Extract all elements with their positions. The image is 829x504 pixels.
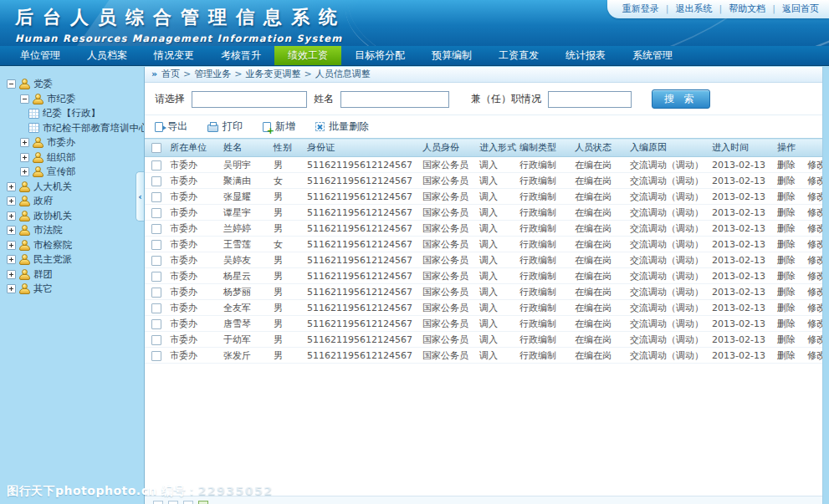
modify-link[interactable]: 修改 <box>807 318 822 329</box>
modify-link[interactable]: 修改 <box>807 303 822 313</box>
nav-item-3[interactable]: 情况变更 <box>141 46 207 65</box>
delete-link[interactable]: 删除 <box>777 176 796 186</box>
delete-link[interactable]: 删除 <box>777 207 796 218</box>
modify-link[interactable]: 修改 <box>807 287 822 298</box>
nav-item-9[interactable]: 统计报表 <box>552 46 619 65</box>
top-link-3[interactable]: 帮助文档 <box>729 3 765 15</box>
nav-item-2[interactable]: 人员档案 <box>74 46 141 65</box>
tree-node[interactable]: 民主党派 <box>0 252 144 267</box>
expand-icon[interactable] <box>7 226 16 235</box>
tree-node[interactable]: 人大机关 <box>0 180 144 195</box>
pager-control[interactable] <box>183 501 193 504</box>
modify-link[interactable]: 修改 <box>807 191 822 202</box>
delete-link[interactable]: 删除 <box>777 160 796 171</box>
name-input[interactable] <box>340 91 449 108</box>
delete-link[interactable]: 删除 <box>777 239 796 250</box>
nav-item-4[interactable]: 考核晋升 <box>207 46 274 65</box>
sidebar-collapse-handle[interactable]: ‹ <box>136 171 144 221</box>
expand-icon[interactable] <box>20 138 29 147</box>
nav-item-10[interactable]: 系统管理 <box>619 46 686 65</box>
row-checkbox[interactable] <box>151 208 161 218</box>
modify-link[interactable]: 修改 <box>807 223 822 234</box>
expand-icon[interactable] <box>7 196 16 206</box>
delete-link[interactable]: 删除 <box>777 255 796 266</box>
export-button[interactable]: 导出 <box>155 120 187 134</box>
breadcrumb-item-1[interactable]: 首页 <box>161 69 180 79</box>
pager-control[interactable] <box>168 501 178 504</box>
delete-link[interactable]: 删除 <box>777 303 796 313</box>
expand-icon[interactable] <box>7 241 16 250</box>
row-checkbox[interactable] <box>151 256 161 266</box>
delete-link[interactable]: 删除 <box>777 334 796 345</box>
modify-link[interactable]: 修改 <box>807 271 822 282</box>
row-checkbox[interactable] <box>151 335 161 345</box>
row-checkbox[interactable] <box>151 288 161 298</box>
search-button[interactable]: 搜 索 <box>652 89 710 109</box>
breadcrumb-item-3[interactable]: 业务变更调整 <box>246 69 301 79</box>
expand-icon[interactable] <box>7 255 16 264</box>
delete-link[interactable]: 删除 <box>777 271 796 282</box>
breadcrumb-item-2[interactable]: 管理业务 <box>194 69 231 79</box>
breadcrumb-item-4[interactable]: 人员信息调整 <box>315 69 371 79</box>
modify-link[interactable]: 修改 <box>807 334 822 345</box>
expand-icon[interactable] <box>7 211 16 221</box>
top-link-2[interactable]: 退出系统 <box>676 3 713 15</box>
row-checkbox[interactable] <box>151 192 161 202</box>
row-checkbox[interactable] <box>151 272 161 282</box>
add-button[interactable]: 新增 <box>263 120 295 134</box>
nav-item-5[interactable]: 绩效工资 <box>274 46 341 65</box>
modify-link[interactable]: 修改 <box>807 239 822 250</box>
pager-control[interactable] <box>153 501 163 504</box>
tree-node[interactable]: 政府 <box>0 194 144 209</box>
pager-refresh-control[interactable] <box>198 501 208 504</box>
collapse-icon[interactable] <box>7 79 16 89</box>
nav-item-8[interactable]: 工资直发 <box>485 46 552 65</box>
row-checkbox[interactable] <box>151 176 161 186</box>
delete-link[interactable]: 删除 <box>777 191 796 202</box>
row-checkbox[interactable] <box>151 319 161 329</box>
tree-node[interactable]: 其它 <box>0 282 144 297</box>
tree-node[interactable]: 市法院 <box>0 223 144 238</box>
row-checkbox[interactable] <box>151 351 161 361</box>
modify-link[interactable]: 修改 <box>807 176 822 186</box>
top-link-4[interactable]: 返回首页 <box>782 3 819 15</box>
expand-icon[interactable] <box>7 270 16 279</box>
expand-icon[interactable] <box>7 182 16 191</box>
print-button[interactable]: 打印 <box>207 120 243 134</box>
unit-select-input[interactable] <box>192 91 307 108</box>
expand-icon[interactable] <box>20 153 29 162</box>
modify-link[interactable]: 修改 <box>807 160 822 171</box>
tree-node[interactable]: 市纪检干部教育培训中心 <box>0 121 144 136</box>
top-link-1[interactable]: 重新登录 <box>622 3 659 15</box>
delete-link[interactable]: 删除 <box>777 223 796 234</box>
expand-icon[interactable] <box>7 284 16 293</box>
tree-node[interactable]: 宣传部 <box>0 165 144 180</box>
delete-link[interactable]: 删除 <box>777 287 796 298</box>
delete-link[interactable]: 删除 <box>777 350 796 361</box>
tree-node[interactable]: 市纪委 <box>0 92 144 107</box>
tree-node[interactable]: 群团 <box>0 267 144 283</box>
modify-link[interactable]: 修改 <box>807 255 822 266</box>
delete-link[interactable]: 删除 <box>777 318 796 329</box>
tree-node[interactable]: 市委办 <box>0 135 144 150</box>
nav-item-7[interactable]: 预算编制 <box>418 46 485 65</box>
cell-entry: 调入 <box>478 205 518 221</box>
batch-delete-button[interactable]: 批量删除 <box>315 120 369 134</box>
select-all-checkbox[interactable] <box>151 143 161 153</box>
row-checkbox[interactable] <box>151 240 161 250</box>
row-checkbox[interactable] <box>151 224 161 234</box>
nav-item-1[interactable]: 单位管理 <box>7 46 74 65</box>
duty-input[interactable] <box>548 91 632 108</box>
row-checkbox[interactable] <box>151 303 161 313</box>
modify-link[interactable]: 修改 <box>807 350 822 361</box>
modify-link[interactable]: 修改 <box>807 207 822 218</box>
expand-icon[interactable] <box>20 167 29 176</box>
row-checkbox[interactable] <box>151 160 161 171</box>
nav-item-6[interactable]: 目标将分配 <box>341 46 418 65</box>
tree-node[interactable]: 市检察院 <box>0 238 144 253</box>
collapse-icon[interactable] <box>20 94 29 104</box>
tree-node[interactable]: 组织部 <box>0 150 144 165</box>
tree-node[interactable]: 纪委【行政】 <box>0 106 144 121</box>
tree-node[interactable]: 党委 <box>0 77 144 92</box>
tree-node[interactable]: 政协机关 <box>0 209 144 224</box>
